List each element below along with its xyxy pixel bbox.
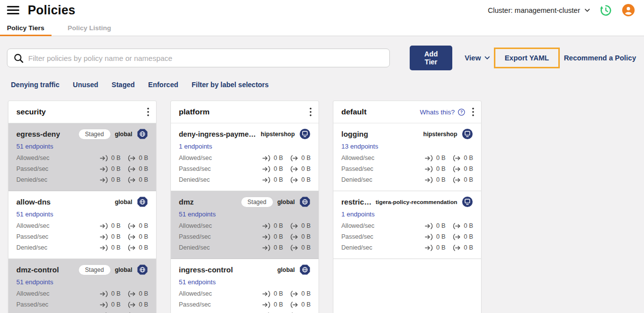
egress-traffic-icon	[290, 223, 299, 229]
tab-policy-tiers[interactable]: Policy Tiers	[0, 20, 52, 36]
policy-card[interactable]: egress-deny Staged global 51 endpoints A…	[8, 123, 156, 191]
egress-traffic-icon	[452, 234, 461, 240]
metric-row: Passed/sec 0 B 0 B	[179, 231, 311, 242]
metric-row: Allowed/sec 0 B 0 B	[341, 220, 473, 231]
egress-traffic-icon	[127, 234, 136, 240]
view-dropdown-label: View	[465, 54, 481, 62]
policy-scope: global	[277, 266, 295, 273]
endpoints-link[interactable]: 51 endpoints	[16, 210, 53, 218]
policy-card[interactable]: allow-dns global 51 endpoints Allowed/se…	[8, 191, 156, 259]
toolbar: Add Tier View Export YAML Recommend a Po…	[7, 46, 636, 70]
endpoints-link[interactable]: 1 endpoints	[179, 143, 212, 150]
metric-row: Denied/sec 0 B 0 B	[16, 174, 148, 185]
metric-row: Denied/sec 0 B 0 B	[179, 242, 311, 253]
tier-platform: platform deny-ingress-paymentservi… hips…	[170, 101, 319, 313]
global-scope-icon	[299, 196, 311, 208]
view-dropdown[interactable]: View	[465, 54, 490, 62]
policy-card[interactable]: dmz-control Staged global 51 endpoints A…	[8, 259, 156, 313]
quick-filters: Denying traffic Unused Staged Enforced F…	[11, 81, 636, 97]
namespace-scope-icon	[462, 196, 473, 208]
policy-name: logging	[341, 130, 368, 138]
tab-bar: Policy Tiers Policy Listing	[0, 20, 644, 36]
metric-row: Passed/sec 0 B 0 B	[16, 231, 148, 242]
endpoints-link[interactable]: 13 endpoints	[341, 143, 378, 150]
ingress-traffic-icon	[262, 155, 271, 161]
ingress-traffic-icon	[425, 245, 433, 251]
ingress-traffic-icon	[262, 177, 271, 183]
tier-board: security egress-deny Staged global 51 en…	[0, 97, 644, 313]
policy-card[interactable]: ingress-control global 51 endpoints Allo…	[171, 259, 319, 313]
filter-by-label-selectors[interactable]: Filter by label selectors	[192, 81, 269, 89]
search-box[interactable]	[7, 49, 390, 67]
ingress-traffic-icon	[425, 177, 433, 183]
egress-traffic-icon	[452, 155, 461, 161]
avatar-icon[interactable]	[622, 3, 635, 17]
policy-name: deny-ingress-paymentservi…	[179, 130, 257, 138]
policy-card[interactable]: deny-ingress-paymentservi… hipstershop 1…	[171, 123, 319, 191]
ingress-traffic-icon	[262, 245, 271, 251]
export-yaml-highlight: Export YAML	[494, 48, 560, 68]
policy-card[interactable]: dmz Staged global 51 endpoints Allowed/s…	[171, 191, 319, 259]
chevron-down-icon	[484, 56, 490, 60]
metric-row: Allowed/sec 0 B 0 B	[16, 153, 148, 163]
policy-name: ingress-control	[179, 265, 233, 274]
egress-traffic-icon	[452, 177, 461, 183]
tab-policy-listing[interactable]: Policy Listing	[61, 20, 118, 36]
egress-traffic-icon	[290, 155, 299, 161]
export-yaml-button[interactable]: Export YAML	[505, 54, 549, 62]
ingress-traffic-icon	[100, 291, 108, 297]
egress-traffic-icon	[290, 245, 299, 251]
tier-name: security	[16, 107, 46, 116]
metric-row: Allowed/sec 0 B 0 B	[341, 153, 473, 163]
endpoints-link[interactable]: 51 endpoints	[179, 210, 215, 218]
chevron-down-icon	[585, 8, 590, 12]
tier-security: security egress-deny Staged global 51 en…	[8, 101, 157, 313]
endpoints-link[interactable]: 51 endpoints	[16, 143, 53, 150]
ingress-traffic-icon	[262, 166, 271, 172]
endpoints-link[interactable]: 1 endpoints	[341, 210, 375, 218]
endpoints-link[interactable]: 51 endpoints	[16, 278, 53, 286]
policy-card[interactable]: restricted tigera-policy-recommendation …	[333, 191, 481, 259]
policy-scope: global	[115, 131, 132, 138]
history-icon[interactable]	[599, 4, 612, 17]
ingress-traffic-icon	[262, 234, 271, 240]
ingress-traffic-icon	[100, 177, 108, 183]
global-scope-icon	[137, 264, 148, 275]
global-scope-icon	[137, 128, 148, 140]
search-input[interactable]	[28, 54, 383, 62]
menu-icon[interactable]	[7, 6, 19, 14]
ingress-traffic-icon	[425, 234, 433, 240]
filter-denying-traffic[interactable]: Denying traffic	[11, 81, 59, 89]
policy-name: dmz-control	[16, 265, 59, 274]
endpoints-link[interactable]: 51 endpoints	[179, 278, 215, 286]
global-scope-icon	[137, 196, 148, 208]
recommend-policy-button[interactable]: Recommend a Policy	[564, 54, 636, 62]
whats-this-link[interactable]: Whats this?	[420, 108, 465, 116]
metric-row: Denied/sec 0 B 0 B	[341, 242, 473, 253]
kebab-menu-icon[interactable]	[472, 107, 474, 116]
metric-row: Allowed/sec 0 B 0 B	[16, 220, 148, 231]
tier-name: platform	[179, 107, 210, 116]
cluster-selector[interactable]: Cluster: management-cluster	[488, 6, 590, 14]
filter-unused[interactable]: Unused	[73, 81, 98, 89]
policy-scope: global	[115, 199, 132, 206]
policy-name: allow-dns	[16, 198, 51, 206]
egress-traffic-icon	[290, 291, 299, 297]
egress-traffic-icon	[452, 223, 461, 229]
kebab-menu-icon[interactable]	[147, 107, 149, 116]
egress-traffic-icon	[290, 234, 299, 240]
top-bar: Policies Cluster: management-cluster	[0, 0, 644, 20]
global-scope-icon	[299, 264, 311, 275]
egress-traffic-icon	[127, 245, 136, 251]
namespace-scope-icon	[462, 128, 473, 140]
egress-traffic-icon	[290, 177, 299, 183]
add-tier-button[interactable]: Add Tier	[410, 46, 452, 70]
metric-row: Denied/sec 0 B 0 B	[16, 242, 148, 253]
filter-enforced[interactable]: Enforced	[148, 81, 178, 89]
policy-card[interactable]: logging hipstershop 13 endpoints Allowed…	[333, 123, 481, 191]
policy-scope: global	[277, 199, 295, 206]
kebab-menu-icon[interactable]	[310, 107, 312, 116]
filter-staged[interactable]: Staged	[111, 81, 135, 89]
policy-name: dmz	[179, 198, 194, 206]
egress-traffic-icon	[127, 291, 136, 297]
